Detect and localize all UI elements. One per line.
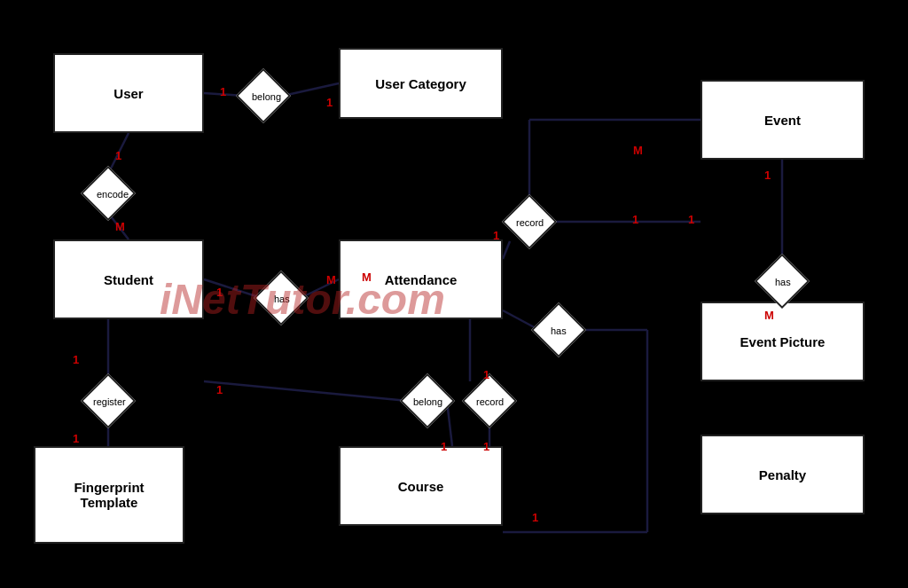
card-7: 1 [493, 229, 499, 242]
card-19: 1 [483, 440, 489, 453]
card-1: 1 [220, 85, 226, 98]
card-3: 1 [115, 149, 121, 162]
entity-event-picture: Event Picture [701, 302, 865, 381]
card-20: 1 [532, 511, 538, 524]
svg-line-4 [204, 279, 262, 298]
card-5: 1 [216, 286, 223, 299]
card-16: M [362, 270, 372, 284]
card-4: M [115, 220, 125, 233]
svg-line-1 [283, 83, 339, 96]
card-15: 1 [216, 383, 223, 396]
entity-user: User [53, 53, 204, 133]
diagram-container: User User Category Student Attendance Fi… [0, 0, 908, 588]
entity-user-category: User Category [339, 48, 503, 119]
card-18: 1 [483, 368, 489, 381]
card-11: 1 [764, 169, 771, 182]
card-2: 1 [326, 96, 333, 109]
card-8: M [633, 144, 643, 157]
svg-line-18 [204, 381, 408, 401]
card-14: 1 [73, 432, 79, 445]
card-13: 1 [73, 353, 79, 366]
entity-fingerprint-template: Fingerprint Template [34, 446, 184, 544]
card-10: 1 [632, 213, 638, 226]
entity-student: Student [53, 239, 204, 319]
card-9: 1 [688, 213, 694, 226]
entity-event: Event [701, 80, 865, 160]
svg-line-6 [503, 241, 510, 259]
card-17: 1 [441, 440, 447, 453]
card-12: M [764, 309, 774, 322]
entity-penalty: Penalty [701, 435, 865, 514]
entity-course: Course [339, 446, 503, 526]
card-6: M [326, 273, 336, 286]
